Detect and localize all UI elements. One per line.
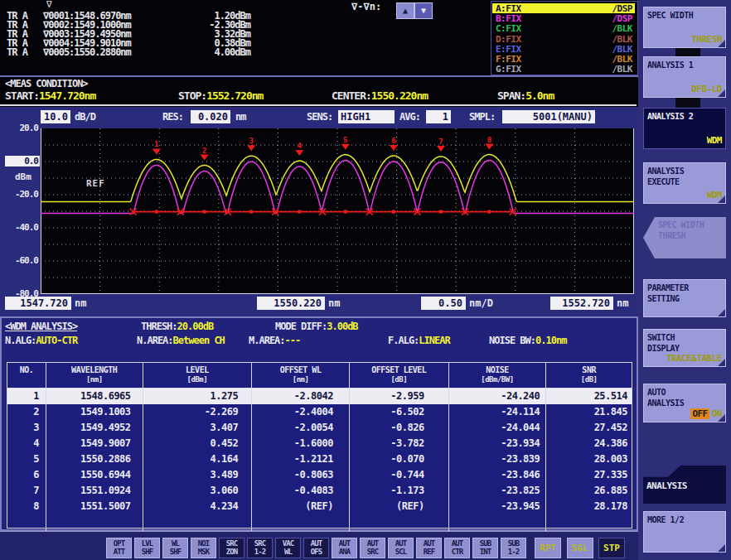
- peak-marker-triangle: [341, 144, 350, 150]
- x-center-value: 1550.220: [257, 297, 325, 310]
- table-cell: -1.6000: [252, 436, 350, 451]
- toolbar-button-opt-att[interactable]: OPT ATT: [106, 538, 132, 558]
- y-tick-label: -40.0: [5, 222, 38, 233]
- table-cell: 27.335: [546, 467, 632, 483]
- toolbar-button-aut-ofs[interactable]: AUT OFS: [303, 538, 329, 558]
- table-cell: -3.782: [350, 436, 449, 451]
- table-header-row: NO.WAVELENGTH[nm]LEVEL[dBm]OFFSET WL[nm]…: [7, 363, 632, 389]
- table-cell: 5: [7, 451, 46, 467]
- peak-marker-number: 4: [298, 142, 303, 150]
- toolbar-button-aut-ctr[interactable]: AUT CTR: [444, 538, 470, 558]
- toolbar-button-vac-wl[interactable]: VAC WL: [275, 538, 301, 558]
- softkey-toggle: OFFON: [690, 408, 722, 420]
- table-row[interactable]: 61550.69443.489-0.8063-0.744-23.84627.33…: [7, 467, 632, 483]
- meas-field-value: 5.0nm: [525, 89, 554, 102]
- table-row[interactable]: 51550.28864.164-1.2121-0.070-23.83928.00…: [7, 451, 632, 467]
- param-value: ---: [285, 335, 301, 346]
- scroll-up-button[interactable]: ▲: [396, 2, 414, 19]
- peak-marker-number: 5: [343, 136, 347, 144]
- table-row[interactable]: 11548.69651.275-2.8042-2.959-24.24025.51…: [7, 389, 632, 404]
- table-cell-empty: [350, 514, 449, 531]
- table-cell: 7: [7, 483, 46, 499]
- legend-row-c[interactable]: C:FIX/BLK: [492, 23, 635, 33]
- x-center-unit: nm: [328, 297, 340, 309]
- sweep-button-rpt[interactable]: RPT: [535, 538, 561, 558]
- softkey-spec-width-thresh[interactable]: SPEC WIDTH THRESH: [643, 217, 726, 258]
- marker-wavelength: ∇0005:1550.2880nm: [43, 46, 131, 58]
- peak-marker-number: 3: [249, 137, 253, 145]
- sweep-button-stp[interactable]: STP: [598, 538, 625, 558]
- column-unit: [nm]: [46, 375, 143, 385]
- table-row[interactable]: 21549.1003-2.269-2.4004-6.502-24.11421.8…: [7, 404, 632, 420]
- column-unit: [nm]: [252, 375, 349, 385]
- table-cell: 2: [7, 404, 46, 420]
- toolbar-button-sub-1-2[interactable]: SUB 1-2: [501, 538, 526, 558]
- marker-row: TR A∇0004:1549.9010nm0.38dBm: [0, 37, 356, 46]
- toggle-off-label: OFF: [690, 408, 709, 419]
- column-header: NO.: [7, 363, 46, 388]
- legend-row-d[interactable]: D:FIX/BLK: [492, 34, 635, 44]
- toolbar-button-lvl-shf[interactable]: LVL SHF: [134, 538, 160, 558]
- toolbar-button-sub-int[interactable]: SUB INT: [472, 538, 498, 558]
- meas-field-center: CENTER:1550.220nm: [332, 89, 428, 102]
- table-row[interactable]: 71551.09243.060-0.4083-1.173-23.82526.88…: [7, 483, 632, 499]
- table-cell: 1549.4952: [46, 420, 143, 436]
- legend-row-a[interactable]: A:FIX/DSP: [492, 3, 635, 13]
- softkey-auto-analysis[interactable]: AUTO ANALYSISOFFON: [643, 384, 726, 422]
- legend-trace-mode: /DSP: [612, 13, 633, 24]
- legend-row-g[interactable]: G:FIX/BLK: [492, 64, 635, 74]
- toolbar-button-aut-scl[interactable]: AUT SCL: [388, 538, 414, 558]
- legend-row-f[interactable]: F:FIX/BLK: [492, 54, 635, 64]
- table-cell: -0.4083: [252, 483, 350, 499]
- sens-value: HIGH1: [338, 110, 395, 123]
- table-row[interactable]: 81551.50074.234(REF)(REF)-23.94528.178: [7, 499, 632, 514]
- legend-row-e[interactable]: E:FIX/BLK: [492, 44, 635, 54]
- softkey-more-1-2[interactable]: MORE 1/2: [643, 511, 726, 553]
- toolbar-button-aut-ref[interactable]: AUT REF: [416, 538, 442, 558]
- softkey-switch-display[interactable]: SWITCH DISPLAYTRACE&TABLE: [643, 329, 726, 367]
- wdm-param-narea: N.AREA:Between CH: [137, 335, 225, 346]
- legend-trace-mode: /BLK: [612, 34, 633, 45]
- table-cell: 1548.6965: [46, 389, 143, 404]
- smpl-value: 5001(MANU): [502, 110, 595, 123]
- table-filler-row: [7, 514, 632, 531]
- x-per-div-unit: nm/D: [469, 297, 493, 309]
- table-row[interactable]: 41549.90070.452-1.6000-3.782-23.93424.38…: [7, 436, 632, 451]
- toolbar-button-src-1-2[interactable]: SRC 1-2: [247, 538, 273, 558]
- column-title: NO.: [7, 364, 46, 375]
- peak-marker-triangle: [437, 146, 445, 152]
- softkey-analysis-execute[interactable]: ANALYSIS EXECUTEWDM: [643, 162, 726, 204]
- legend-trace-mode: /BLK: [612, 44, 633, 55]
- toolbar-button-noi-msk[interactable]: NOI MSK: [191, 538, 216, 558]
- scroll-down-button[interactable]: ▼: [414, 2, 433, 19]
- softkey-analysis[interactable]: ANALYSIS: [643, 466, 726, 504]
- legend-trace-name: E:FIX: [496, 44, 521, 55]
- softkey-value: WDM: [707, 135, 722, 147]
- softkey-parameter-setting[interactable]: PARAMETER SETTING: [643, 279, 726, 317]
- toolbar-button-aut-src[interactable]: AUT SRC: [360, 538, 385, 558]
- param-label: N.AREA:: [137, 335, 173, 346]
- legend-trace-name: C:FIX: [496, 23, 521, 34]
- table-cell: 4.234: [143, 499, 253, 514]
- toolbar-button-aut-ana[interactable]: AUT ANA: [332, 538, 357, 558]
- y-tick-label: 20.0: [5, 123, 38, 133]
- toolbar-button-src-zon[interactable]: SRC ZON: [219, 538, 244, 558]
- table-cell: 21.845: [546, 404, 632, 420]
- x-stop-value: 1552.720: [550, 297, 613, 310]
- table-cell: -23.839: [449, 451, 547, 467]
- table-row[interactable]: 31549.49523.407-2.0054-0.826-24.04427.45…: [7, 420, 632, 436]
- res-unit: nm: [235, 111, 245, 123]
- noise-dot-marker: [343, 210, 347, 214]
- table-cell: 4.164: [143, 451, 253, 467]
- table-cell: 3: [7, 420, 46, 436]
- param-value: 3.00dB: [327, 321, 357, 332]
- y-axis-unit: dBm: [15, 171, 31, 182]
- legend-trace-name: F:FIX: [496, 54, 521, 65]
- softkey-analysis-1[interactable]: ANALYSIS 1DFB-LD: [643, 56, 726, 98]
- toolbar-button-wl-shf[interactable]: WL SHF: [162, 538, 188, 558]
- softkey-spec-width[interactable]: SPEC WIDTHTHRESH: [643, 7, 726, 48]
- softkey-analysis-2[interactable]: ANALYSIS 2WDM: [643, 108, 726, 149]
- legend-row-b[interactable]: B:FIX/DSP: [492, 13, 635, 23]
- sweep-button-sgl[interactable]: SGL: [567, 538, 593, 558]
- toggle-on-label: ON: [712, 408, 722, 419]
